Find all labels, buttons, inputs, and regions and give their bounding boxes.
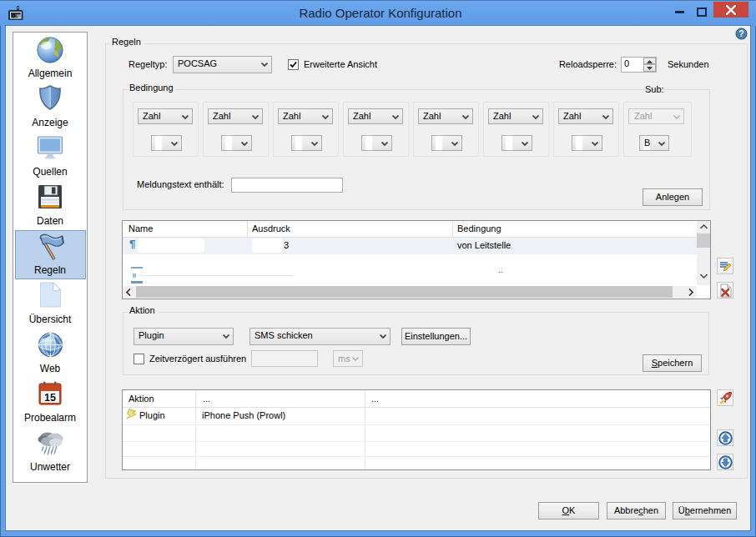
svg-text:?: ? [738,28,743,38]
svg-text:15: 15 [44,392,56,404]
